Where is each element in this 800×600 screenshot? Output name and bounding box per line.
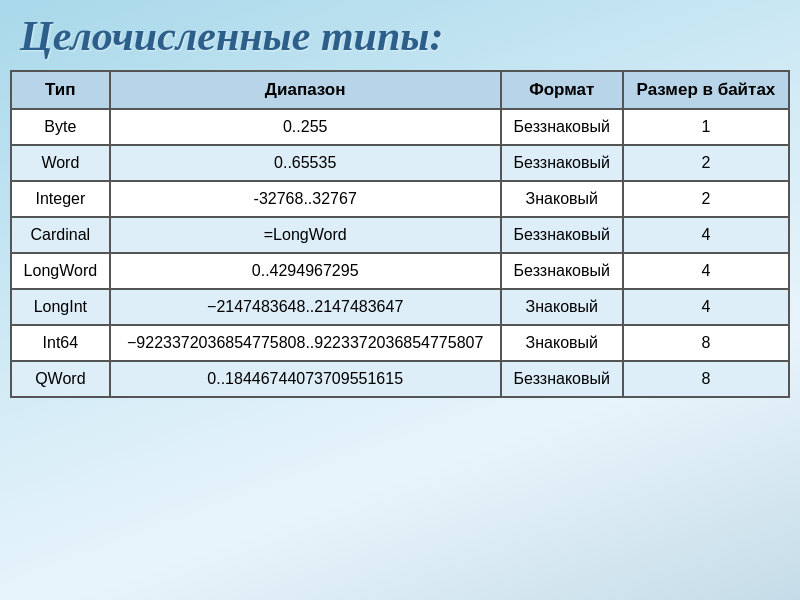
table-row: Int64−9223372036854775808..9223372036854… [11, 325, 789, 361]
table-row: Cardinal=LongWordБеззнаковый4 [11, 217, 789, 253]
cell-type: LongWord [11, 253, 110, 289]
cell-format: Беззнаковый [501, 361, 623, 397]
cell-size: 1 [623, 109, 789, 145]
table-row: Word0..65535Беззнаковый2 [11, 145, 789, 181]
cell-range: 0..65535 [110, 145, 501, 181]
table-row: Integer-32768..32767Знаковый2 [11, 181, 789, 217]
col-header-type: Тип [11, 71, 110, 109]
table-row: QWord0..18446744073709551615Беззнаковый8 [11, 361, 789, 397]
cell-range: =LongWord [110, 217, 501, 253]
cell-size: 8 [623, 325, 789, 361]
cell-type: Integer [11, 181, 110, 217]
cell-range: 0..255 [110, 109, 501, 145]
cell-format: Беззнаковый [501, 253, 623, 289]
cell-format: Беззнаковый [501, 109, 623, 145]
col-header-range: Диапазон [110, 71, 501, 109]
cell-type: Word [11, 145, 110, 181]
table-header-row: Тип Диапазон Формат Размер в байтах [11, 71, 789, 109]
col-header-size: Размер в байтах [623, 71, 789, 109]
table-row: LongInt−2147483648..2147483647Знаковый4 [11, 289, 789, 325]
cell-format: Знаковый [501, 289, 623, 325]
cell-range: 0..4294967295 [110, 253, 501, 289]
cell-range: −2147483648..2147483647 [110, 289, 501, 325]
table-row: Byte0..255Беззнаковый1 [11, 109, 789, 145]
cell-size: 8 [623, 361, 789, 397]
cell-format: Беззнаковый [501, 217, 623, 253]
title-area: Целочисленные типы: [0, 0, 800, 70]
cell-size: 4 [623, 253, 789, 289]
cell-type: Byte [11, 109, 110, 145]
cell-type: Int64 [11, 325, 110, 361]
cell-type: Cardinal [11, 217, 110, 253]
cell-type: QWord [11, 361, 110, 397]
integer-types-table: Тип Диапазон Формат Размер в байтах Byte… [10, 70, 790, 398]
cell-size: 2 [623, 145, 789, 181]
table-row: LongWord0..4294967295Беззнаковый4 [11, 253, 789, 289]
page-title: Целочисленные типы: [20, 12, 780, 60]
cell-range: 0..18446744073709551615 [110, 361, 501, 397]
cell-size: 4 [623, 217, 789, 253]
cell-size: 4 [623, 289, 789, 325]
cell-format: Знаковый [501, 181, 623, 217]
cell-size: 2 [623, 181, 789, 217]
cell-range: −9223372036854775808..922337203685477580… [110, 325, 501, 361]
cell-type: LongInt [11, 289, 110, 325]
cell-format: Беззнаковый [501, 145, 623, 181]
col-header-format: Формат [501, 71, 623, 109]
table-container: Тип Диапазон Формат Размер в байтах Byte… [10, 70, 790, 398]
cell-range: -32768..32767 [110, 181, 501, 217]
cell-format: Знаковый [501, 325, 623, 361]
